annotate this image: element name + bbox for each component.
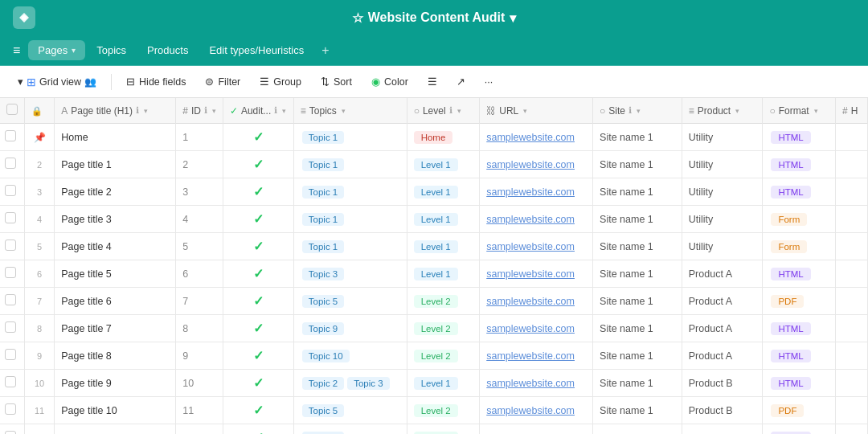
url-link[interactable]: samplewebsite.com — [486, 214, 575, 225]
header-id[interactable]: # ID ℹ ▾ — [176, 98, 223, 124]
tab-edit-types[interactable]: Edit types/Heuristics — [199, 40, 313, 60]
row-checkbox[interactable] — [5, 158, 16, 169]
row-url[interactable]: samplewebsite.com — [480, 124, 593, 151]
id-sort-icon[interactable]: ▾ — [212, 107, 216, 115]
row-format: PDF — [763, 288, 836, 315]
header-page-title[interactable]: A Page title (H1) ℹ ▾ — [55, 98, 176, 124]
row-audit: ✓ — [223, 151, 293, 178]
row-url[interactable]: samplewebsite.com — [480, 151, 593, 178]
row-url[interactable]: samplewebsite.com — [480, 178, 593, 206]
hamburger-menu-icon[interactable]: ≡ — [6, 39, 27, 63]
row-url[interactable]: samplewebsite.com — [480, 233, 593, 260]
row-url[interactable]: samplewebsite.com — [480, 342, 593, 370]
row-checkbox[interactable] — [5, 321, 16, 333]
row-checkbox-cell[interactable] — [0, 315, 25, 342]
star-icon[interactable]: ☆ — [352, 10, 363, 26]
row-url[interactable]: samplewebsite.com — [480, 315, 593, 342]
header-level[interactable]: ○ Level ℹ ▾ — [407, 98, 480, 124]
app-logo[interactable] — [13, 6, 35, 29]
row-checkbox[interactable] — [5, 267, 16, 278]
row-number: 10 — [31, 373, 47, 394]
page-title-sort-icon[interactable]: ▾ — [144, 107, 148, 115]
header-product[interactable]: ≡ Product ▾ — [682, 98, 763, 124]
hide-fields-button[interactable]: ⊟ Hide fields — [118, 72, 194, 92]
row-checkbox-cell[interactable] — [0, 233, 25, 260]
tab-pages[interactable]: Pages ▾ — [28, 40, 85, 60]
header-audit[interactable]: ✓ Audit... ℹ ▾ — [223, 98, 293, 124]
url-link[interactable]: samplewebsite.com — [486, 323, 575, 334]
row-url[interactable]: samplewebsite.com — [480, 397, 593, 424]
row-checkbox-cell[interactable] — [0, 178, 25, 206]
row-audit: ✓ — [223, 178, 293, 206]
more-options-button[interactable]: ··· — [477, 72, 501, 92]
row-pin-cell: 2 — [25, 151, 55, 178]
row-site: Site name 1 — [593, 370, 682, 397]
row-audit: ✓ — [223, 288, 293, 315]
row-format: Form — [763, 233, 836, 260]
row-url[interactable]: samplewebsite.com — [480, 206, 593, 233]
audit-sort-icon[interactable]: ▾ — [282, 107, 286, 115]
row-checkbox-cell[interactable] — [0, 288, 25, 315]
url-link[interactable]: samplewebsite.com — [486, 350, 575, 362]
format-badge: Form — [771, 213, 807, 226]
row-url[interactable]: samplewebsite.com — [480, 288, 593, 315]
row-checkbox[interactable] — [5, 240, 16, 251]
row-checkbox-cell[interactable] — [0, 342, 25, 370]
sort-button[interactable]: ⇅ Sort — [313, 72, 360, 92]
row-checkbox[interactable] — [5, 376, 16, 387]
row-url[interactable]: samplewebsite.com — [480, 370, 593, 397]
row-checkbox[interactable] — [5, 130, 16, 141]
format-sort-icon[interactable]: ▾ — [814, 107, 818, 115]
header-url[interactable]: ⛓ URL ▾ — [480, 98, 593, 124]
url-link[interactable]: samplewebsite.com — [486, 186, 575, 198]
row-checkbox[interactable] — [5, 403, 16, 415]
product-text: Product B — [689, 405, 733, 416]
row-checkbox-cell[interactable] — [0, 206, 25, 233]
add-tab-button[interactable]: + — [315, 40, 335, 61]
url-link[interactable]: samplewebsite.com — [486, 268, 575, 280]
product-sort-icon[interactable]: ▾ — [735, 107, 739, 115]
tab-products[interactable]: Products — [137, 40, 198, 60]
url-link[interactable]: samplewebsite.com — [486, 378, 575, 389]
row-checkbox-cell[interactable] — [0, 260, 25, 288]
table-row: 11Page title 1011✓Topic 5Level 2samplewe… — [0, 397, 868, 424]
topics-sort-icon[interactable]: ▾ — [342, 107, 346, 115]
row-site: Site name 1 — [593, 315, 682, 342]
select-all-checkbox[interactable] — [6, 104, 18, 115]
header-checkbox-cell[interactable] — [0, 98, 25, 124]
row-checkbox[interactable] — [5, 212, 16, 223]
row-checkbox[interactable] — [5, 431, 16, 434]
title-dropdown-arrow[interactable]: ▾ — [510, 10, 516, 26]
row-checkbox-cell[interactable] — [0, 424, 25, 435]
url-link[interactable]: samplewebsite.com — [486, 296, 575, 307]
row-checkbox-cell[interactable] — [0, 124, 25, 151]
site-sort-icon[interactable]: ▾ — [637, 107, 641, 115]
url-link[interactable]: samplewebsite.com — [486, 159, 575, 170]
level-sort-icon[interactable]: ▾ — [457, 107, 461, 115]
row-checkbox-cell[interactable] — [0, 397, 25, 424]
row-checkbox[interactable] — [5, 185, 16, 196]
url-link[interactable]: samplewebsite.com — [486, 132, 575, 143]
row-height-button[interactable]: ☰ — [420, 72, 445, 92]
row-h — [836, 424, 868, 435]
url-link[interactable]: samplewebsite.com — [486, 405, 575, 416]
row-checkbox-cell[interactable] — [0, 151, 25, 178]
group-button[interactable]: ☰ Group — [252, 72, 309, 92]
row-url[interactable]: samplewebsite.com — [480, 260, 593, 288]
url-link[interactable]: samplewebsite.com — [486, 241, 575, 252]
header-topics[interactable]: ≡ Topics ▾ — [293, 98, 407, 124]
row-checkbox-cell[interactable] — [0, 370, 25, 397]
row-checkbox[interactable] — [5, 294, 16, 305]
header-site[interactable]: ○ Site ℹ ▾ — [593, 98, 682, 124]
color-button[interactable]: ◉ Color — [363, 72, 416, 92]
filter-icon: ⊜ — [205, 76, 214, 88]
header-format[interactable]: ○ Format ▾ — [763, 98, 836, 124]
row-checkbox[interactable] — [5, 349, 16, 360]
filter-button[interactable]: ⊜ Filter — [197, 72, 248, 92]
share-button[interactable]: ↗ — [448, 72, 473, 92]
row-url[interactable]: samplewebsite.com — [480, 424, 593, 435]
tab-topics[interactable]: Topics — [87, 40, 136, 60]
header-h[interactable]: # H — [836, 98, 868, 124]
grid-view-toggle[interactable]: ▾ ⊞ Grid view 👥 — [10, 72, 104, 92]
url-sort-icon[interactable]: ▾ — [523, 107, 527, 115]
